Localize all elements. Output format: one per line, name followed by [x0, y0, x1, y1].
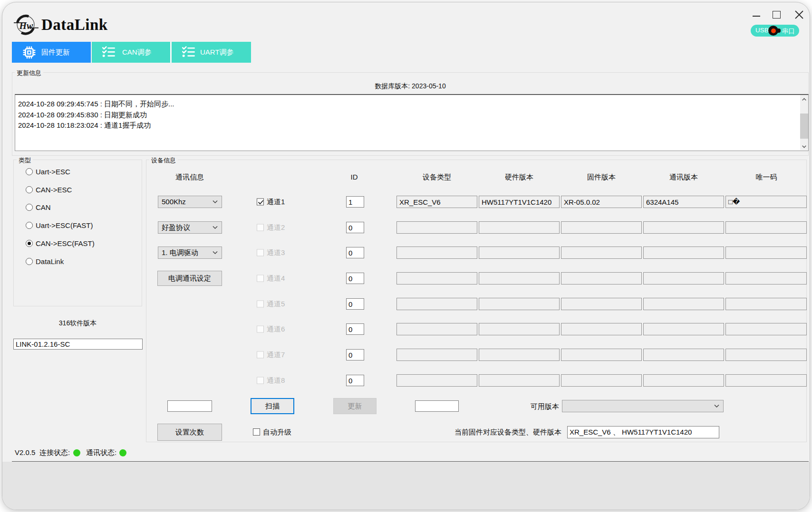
chevron-down-icon: [213, 226, 218, 229]
set-times-button[interactable]: 设置次数: [157, 424, 222, 441]
header-fw-version: 固件版本: [563, 173, 639, 182]
maximize-button[interactable]: [769, 8, 784, 21]
baud-rate-select[interactable]: 500Khz: [158, 196, 222, 208]
radio-label: CAN->ESC: [36, 186, 72, 194]
channel-id-input[interactable]: 0: [346, 298, 364, 310]
update-button[interactable]: 更新: [333, 398, 377, 414]
channel-checkbox[interactable]: [257, 224, 264, 231]
hw-version-field[interactable]: [479, 247, 560, 259]
minimize-button[interactable]: [749, 9, 764, 21]
comm-version-field[interactable]: 6324A145: [643, 196, 724, 208]
channel-id-input[interactable]: 0: [346, 323, 364, 335]
device-type-field[interactable]: [396, 272, 477, 284]
device-type-field[interactable]: [396, 221, 477, 234]
device-type-field[interactable]: [396, 323, 477, 335]
auto-upgrade-checkbox[interactable]: [253, 428, 260, 436]
drive-mode-value: 1. 电调驱动: [162, 248, 198, 257]
channel-checkbox[interactable]: [257, 275, 264, 282]
cpu-chip-icon: [23, 46, 36, 59]
radio-circle[interactable]: [26, 258, 33, 265]
close-button[interactable]: [792, 8, 807, 21]
channel-id-input[interactable]: 0: [346, 222, 364, 233]
tab-uart-tuning[interactable]: UART调参: [172, 42, 251, 63]
fw-version-field[interactable]: XR-05.0.02: [561, 196, 642, 208]
device-type-field[interactable]: [396, 349, 477, 361]
log-scrollbar[interactable]: [800, 95, 808, 150]
unique-code-field[interactable]: [725, 298, 807, 310]
channel-checkbox[interactable]: [257, 199, 264, 206]
svg-text:Hw: Hw: [19, 20, 34, 31]
comm-version-field[interactable]: [643, 323, 724, 335]
toggle-knob[interactable]: [768, 26, 778, 36]
drive-mode-select[interactable]: 1. 电调驱动: [158, 247, 222, 259]
usb-serial-toggle[interactable]: USB 串口: [751, 25, 799, 37]
comm-version-field[interactable]: [643, 349, 724, 361]
device-type-field[interactable]: [396, 298, 477, 310]
channel-id-input[interactable]: 0: [346, 349, 364, 360]
hw-version-field[interactable]: [479, 374, 560, 387]
hw-version-field[interactable]: [479, 221, 560, 234]
unique-code-field[interactable]: [725, 323, 807, 335]
radio-circle[interactable]: [26, 240, 33, 247]
log-scrollbar-thumb[interactable]: [800, 114, 808, 139]
channel-checkbox[interactable]: [257, 377, 264, 384]
hw-version-field[interactable]: [479, 349, 560, 361]
software-version-input[interactable]: LINK-01.2.16-SC: [13, 339, 143, 350]
hw-version-field[interactable]: HW5117YT1V1C1420: [479, 196, 560, 208]
update-log-textarea[interactable]: 2024-10-28 09:29:45:745 : 日期不同，开始同步...20…: [15, 94, 809, 151]
comm-version-field[interactable]: [643, 272, 724, 284]
current-firmware-input[interactable]: XR_ESC_V6 、 HW5117YT1V1C1420: [567, 426, 719, 438]
radio-circle[interactable]: [26, 186, 33, 193]
baud-rate-value: 500Khz: [162, 198, 186, 206]
esc-comm-settings-button[interactable]: 电调通讯设定: [157, 271, 222, 286]
tab-can-tuning[interactable]: CAN调参: [92, 42, 171, 63]
channel-checkbox[interactable]: [257, 301, 264, 308]
unique-code-field[interactable]: [725, 374, 807, 387]
device-type-field[interactable]: [396, 374, 477, 387]
device-type-field[interactable]: XR_ESC_V6: [396, 196, 477, 208]
connect-status-label: 连接状态:: [39, 448, 70, 457]
fw-version-field[interactable]: [561, 298, 642, 310]
unique-code-field[interactable]: [725, 221, 807, 234]
fw-version-field[interactable]: [561, 247, 642, 259]
scan-button[interactable]: 扫描: [251, 398, 294, 414]
available-version-select[interactable]: [562, 400, 724, 412]
fw-version-field[interactable]: [561, 221, 642, 234]
radio-label: CAN->ESC(FAST): [36, 239, 95, 247]
channel-id-input[interactable]: 0: [346, 247, 364, 258]
fw-version-field[interactable]: [561, 323, 642, 335]
comm-version-field[interactable]: [643, 298, 724, 310]
unique-code-field[interactable]: [725, 247, 807, 259]
fw-version-field[interactable]: [561, 374, 642, 387]
unique-code-field[interactable]: [725, 349, 807, 361]
hw-version-field[interactable]: [479, 272, 560, 284]
protocol-select[interactable]: 好盈协议: [158, 221, 222, 234]
protocol-value: 好盈协议: [162, 223, 190, 232]
channel-id-input[interactable]: 0: [346, 375, 364, 386]
toggle-knob-indicator: [771, 28, 776, 33]
radio-circle[interactable]: [26, 222, 33, 229]
unique-code-field[interactable]: [725, 272, 807, 284]
fw-version-field[interactable]: [561, 349, 642, 361]
scan-count-input[interactable]: [167, 400, 212, 412]
channel-id-input[interactable]: 0: [346, 273, 364, 284]
hw-version-field[interactable]: [479, 298, 560, 310]
scroll-down-icon[interactable]: [800, 142, 808, 150]
channel-checkbox[interactable]: [257, 326, 264, 333]
comm-version-field[interactable]: [643, 247, 724, 259]
channel-checkbox[interactable]: [257, 351, 264, 359]
unique-code-field[interactable]: □�: [725, 196, 807, 208]
comm-version-field[interactable]: [643, 374, 724, 387]
tab-firmware-update[interactable]: 固件更新: [12, 42, 91, 63]
device-type-field[interactable]: [396, 247, 477, 259]
hw-version-field[interactable]: [479, 323, 560, 335]
comm-version-field[interactable]: [643, 221, 724, 234]
radio-circle[interactable]: [26, 168, 33, 175]
auto-upgrade-label: 自动升级: [263, 428, 291, 437]
connect-status-indicator: [73, 449, 80, 456]
channel-checkbox[interactable]: [257, 249, 264, 256]
fw-version-field[interactable]: [561, 272, 642, 284]
radio-circle[interactable]: [26, 204, 33, 211]
channel-id-input[interactable]: 1: [346, 196, 364, 208]
scroll-up-icon[interactable]: [800, 95, 808, 103]
